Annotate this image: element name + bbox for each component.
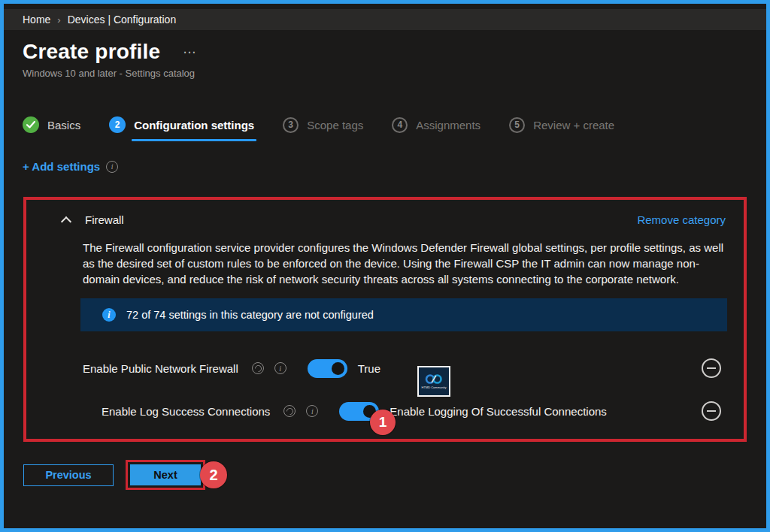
info-icon[interactable]: i [306, 405, 318, 417]
remove-category-link[interactable]: Remove category [637, 213, 726, 226]
info-icon[interactable]: i [106, 161, 118, 173]
setting-icons: i [252, 362, 286, 374]
setting-value: Enable Logging Of Successful Connections [390, 405, 607, 418]
add-settings-row: + Add settings i [23, 160, 766, 173]
setting-row-public-network-firewall: Enable Public Network Firewall i True [83, 358, 721, 378]
remove-setting-icon[interactable] [702, 358, 721, 378]
firewall-toggle[interactable] [308, 359, 347, 378]
tab-assignments[interactable]: 4 Assignments [392, 117, 480, 133]
annotation-badge-1: 1 [370, 410, 396, 435]
tab-assignments-label: Assignments [416, 119, 480, 131]
page-header: Create profile ⋯ Windows 10 and later - … [4, 40, 766, 79]
collapse-chevron-icon[interactable] [61, 216, 71, 226]
footer-actions: Previous Next 2 [23, 460, 766, 490]
setting-label: Enable Public Network Firewall [83, 362, 238, 375]
step-number-badge: 4 [392, 117, 408, 133]
category-description: The Firewall configuration service provi… [83, 240, 727, 287]
add-settings-link[interactable]: + Add settings [23, 160, 100, 173]
info-icon: i [102, 308, 116, 322]
page-title: Create profile [23, 40, 160, 64]
setting-value: True [358, 362, 380, 375]
htmd-logo-icon [424, 373, 444, 385]
page-subtitle: Windows 10 and later - Settings catalog [23, 68, 766, 79]
htmd-community-logo: HTMD Community [417, 366, 450, 397]
tab-configuration-settings[interactable]: 2 Configuration settings [109, 116, 254, 133]
applicability-icon[interactable] [283, 405, 296, 417]
breadcrumb: Home › Devices | Configuration [4, 9, 766, 30]
category-name: Firewall [85, 213, 124, 226]
tab-scope-tags-label: Scope tags [307, 119, 363, 131]
info-banner: i 72 of 74 settings in this category are… [80, 298, 727, 331]
info-banner-text: 72 of 74 settings in this category are n… [126, 309, 374, 321]
tab-basics[interactable]: Basics [23, 116, 80, 133]
breadcrumb-separator-icon: › [57, 14, 60, 26]
tab-scope-tags[interactable]: 3 Scope tags [283, 117, 363, 133]
toggle-knob-icon [332, 362, 344, 375]
next-button-annotation-box: Next [126, 460, 205, 490]
step-number-badge: 3 [283, 117, 299, 133]
annotation-badge-2: 2 [200, 461, 227, 488]
step-number-badge: 2 [109, 116, 126, 133]
create-profile-window: Home › Devices | Configuration Create pr… [0, 0, 770, 532]
category-header: Firewall Remove category [43, 213, 732, 226]
firewall-category-card: Firewall Remove category The Firewall co… [23, 197, 747, 442]
previous-button[interactable]: Previous [23, 464, 114, 486]
tab-review-create[interactable]: 5 Review + create [509, 117, 614, 133]
setting-icons: i [283, 405, 318, 417]
tab-configuration-settings-label: Configuration settings [134, 119, 254, 131]
check-icon [23, 116, 39, 133]
step-number-badge: 5 [509, 117, 525, 133]
more-menu-icon[interactable]: ⋯ [183, 44, 197, 60]
watermark-text: HTMD Community [422, 385, 447, 389]
next-button[interactable]: Next [130, 464, 201, 485]
breadcrumb-current[interactable]: Devices | Configuration [68, 14, 176, 26]
info-icon[interactable]: i [274, 362, 286, 374]
remove-setting-icon[interactable] [702, 401, 721, 421]
wizard-steps: Basics 2 Configuration settings 3 Scope … [23, 116, 766, 133]
tab-basics-label: Basics [47, 119, 80, 131]
breadcrumb-home-link[interactable]: Home [23, 14, 50, 26]
setting-row-log-success-connections: Enable Log Success Connections i Enable … [102, 401, 721, 421]
setting-label: Enable Log Success Connections [102, 405, 270, 418]
applicability-icon[interactable] [252, 362, 264, 374]
tab-review-create-label: Review + create [533, 119, 614, 131]
